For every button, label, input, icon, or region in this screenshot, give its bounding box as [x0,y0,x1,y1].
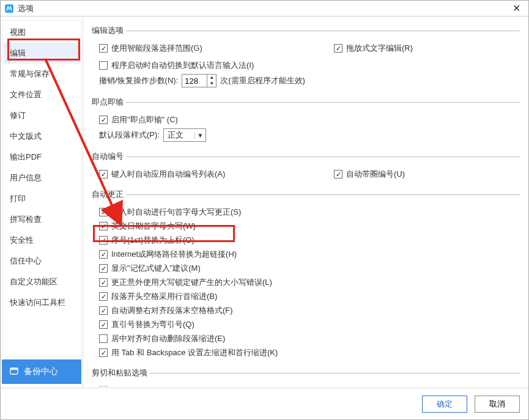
label-auto-circle-number: 自动带圈编号(U) [346,169,405,180]
sidebar-item-file-location[interactable]: 文件位置 [4,84,80,105]
checkbox-ac-smart-quotes[interactable] [99,320,108,329]
checkbox-ac-center-remove-indent[interactable] [99,334,108,343]
section-click-type-legend: 即点即输 [92,97,126,108]
section-edit-options: 编辑选项 使用智能段落选择范围(G) 拖放式文字编辑(R) [92,25,520,90]
label-ac-internet-hyperlink: Internet或网络路径替换为超链接(H) [111,249,237,260]
section-auto-number: 自动编号 键入时自动应用自动编号列表(A) 自动带圈编号(U) [92,151,520,183]
dialog-footer: 确定 取消 [1,388,528,419]
section-cut-paste-legend: 剪切和粘贴选项 [92,367,150,378]
app-icon [4,4,14,13]
spinner-up-icon[interactable]: ▲ [207,75,216,81]
sidebar-list: 视图 编辑 常规与保存 文件位置 修订 中文版式 输出PDF 用户信息 打印 拼… [2,20,81,357]
sidebar-item-revision[interactable]: 修订 [4,105,80,126]
sidebar: 视图 编辑 常规与保存 文件位置 修订 中文版式 输出PDF 用户信息 打印 拼… [1,17,83,388]
section-auto-correct: 自动更正 键入时自动进行句首字母大写更正(S) 英文日期首字母大写(W) 序号(… [92,189,520,361]
sidebar-item-user-info[interactable]: 用户信息 [4,168,80,188]
backup-center-label: 备份中心 [24,366,58,377]
backup-icon [9,366,19,378]
section-auto-correct-legend: 自动更正 [92,189,126,200]
label-drag-edit: 拖放式文字编辑(R) [346,43,413,54]
window-title: 选项 [18,3,508,14]
sidebar-item-quick-access[interactable]: 快速访问工具栏 [4,292,80,313]
content-panel: 编辑选项 使用智能段落选择范围(G) 拖放式文字编辑(R) [83,17,528,388]
label-smart-paragraph: 使用智能段落选择范围(G) [111,43,202,54]
label-ac-capslock-fix: 更正意外使用大写锁定键产生的大小写错误(L) [111,277,272,288]
checkbox-drag-edit[interactable] [334,44,342,53]
default-paragraph-style-select[interactable]: 正文 ▼ [163,128,206,142]
sidebar-item-security[interactable]: 安全性 [4,230,80,251]
label-ac-right-align-spaces: 自动调整右对齐段落末空格格式(F) [111,305,233,316]
checkbox-ac-first-line-indent[interactable] [99,292,108,301]
checkbox-ac-autocomplete-suggest[interactable] [99,264,108,273]
section-click-type: 即点即输 启用"即点即输" (C) 默认段落样式(P): 正文 ▼ [92,97,520,145]
checkbox-auto-number-list[interactable] [99,170,108,179]
section-cut-paste: 剪切和粘贴选项 [92,367,520,388]
sidebar-item-export-pdf[interactable]: 输出PDF [4,147,80,168]
ok-button[interactable]: 确定 [422,396,467,413]
sidebar-item-spellcheck[interactable]: 拼写检查 [4,209,80,230]
spinner-down-icon[interactable]: ▼ [207,81,216,87]
label-cut-paste-partial [111,385,114,388]
checkbox-smart-paragraph[interactable] [99,44,108,53]
sidebar-item-general-save[interactable]: 常规与保存 [4,64,80,84]
label-ac-smart-quotes: 直引号替换为弯引号(Q) [111,319,194,330]
sidebar-item-print[interactable]: 打印 [4,188,80,209]
checkbox-ime-default[interactable] [99,61,108,70]
sidebar-item-edit[interactable]: 编辑 [4,43,80,64]
label-ac-ordinal-superscript: 序号(1st)替换为上标(O) [111,235,194,246]
label-ac-autocomplete-suggest: 显示"记忆式键入"建议(M) [111,263,201,274]
options-dialog: 选项 ✕ 视图 编辑 常规与保存 文件位置 修订 中文版式 输出PDF 用户信息… [0,0,529,420]
checkbox-ac-tab-backspace-indent[interactable] [99,348,108,357]
section-edit-options-legend: 编辑选项 [92,25,126,36]
checkbox-ac-capslock-fix[interactable] [99,278,108,287]
label-click-type-enable: 启用"即点即输" (C) [111,114,178,125]
undo-steps-input[interactable] [182,75,207,87]
checkbox-cut-paste-partial[interactable] [99,386,108,388]
chevron-down-icon: ▼ [194,132,205,139]
label-undo-after: 次(需重启程序才能生效) [220,75,305,86]
cancel-button[interactable]: 取消 [475,396,520,413]
label-ac-sentence-caps: 键入时自动进行句首字母大写更正(S) [111,207,241,218]
label-default-paragraph-style: 默认段落样式(P): [99,130,160,141]
checkbox-click-type-enable[interactable] [99,116,108,124]
checkbox-ac-right-align-spaces[interactable] [99,306,108,315]
checkbox-ac-ordinal-superscript[interactable] [99,236,108,245]
label-ac-first-line-indent: 段落开头空格采用行首缩进(B) [111,291,217,302]
default-paragraph-style-value: 正文 [168,130,194,141]
sidebar-item-view[interactable]: 视图 [4,22,80,43]
label-ime-default: 程序启动时自动切换到默认语言输入法(I) [111,60,254,71]
label-ac-english-date-caps: 英文日期首字母大写(W) [111,221,196,232]
label-ac-center-remove-indent: 居中对齐时自动删除段落缩进(E) [111,333,225,344]
titlebar: 选项 ✕ [1,1,528,17]
sidebar-item-chinese-layout[interactable]: 中文版式 [4,126,80,147]
svg-rect-2 [10,368,18,370]
checkbox-ac-sentence-caps[interactable] [99,208,108,216]
sidebar-item-custom-ribbon[interactable]: 自定义功能区 [4,271,80,292]
label-undo-before: 撤销/恢复操作步数(N): [99,75,178,86]
window-close-button[interactable]: ✕ [508,1,525,16]
label-ac-tab-backspace-indent: 用 Tab 和 Backspace 设置左缩进和首行缩进(K) [111,347,278,358]
backup-center-button[interactable]: 备份中心 [2,359,81,384]
checkbox-ac-english-date-caps[interactable] [99,222,108,230]
checkbox-auto-circle-number[interactable] [334,170,342,179]
section-auto-number-legend: 自动编号 [92,151,126,162]
checkbox-ac-internet-hyperlink[interactable] [99,250,108,259]
label-auto-number-list: 键入时自动应用自动编号列表(A) [111,169,225,180]
undo-steps-spinner[interactable]: ▲ ▼ [182,74,216,87]
sidebar-item-trust-center[interactable]: 信任中心 [4,251,80,271]
